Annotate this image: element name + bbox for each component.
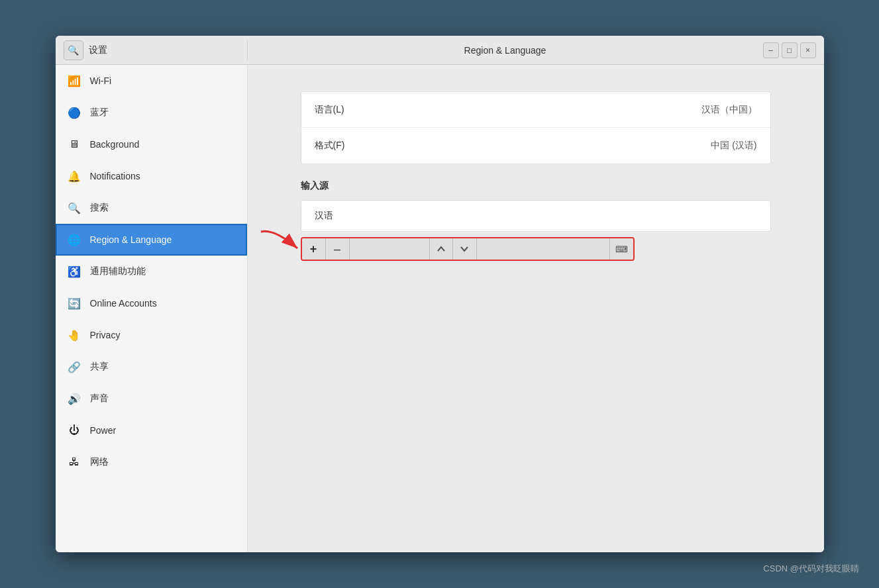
language-value: 汉语（中国） [701, 104, 757, 116]
sidebar-label-sound: 声音 [90, 393, 109, 405]
sidebar-item-privacy[interactable]: 🤚 Privacy [56, 319, 247, 351]
sidebar-label-network: 网络 [90, 456, 109, 468]
close-button[interactable]: × [800, 42, 816, 58]
sidebar-label-accessibility: 通用辅助功能 [90, 266, 146, 277]
input-source-item: 汉语 [301, 201, 770, 231]
sidebar: 📶 Wi-Fi 🔵 蓝牙 🖥 Background 🔔 Notification… [56, 65, 248, 552]
sidebar-label-power: Power [90, 425, 117, 436]
minimize-button[interactable]: – [763, 42, 779, 58]
format-value: 中国 (汉语) [711, 140, 756, 152]
sidebar-label-notifications: Notifications [90, 171, 140, 181]
keyboard-icon: ⌨ [615, 244, 628, 254]
bell-icon: 🔔 [68, 170, 81, 183]
sidebar-item-power[interactable]: ⏻ Power [56, 415, 247, 446]
sidebar-item-sharing[interactable]: 🔗 共享 [56, 351, 247, 383]
sidebar-label-region: Region & Language [90, 234, 172, 245]
sidebar-item-search[interactable]: 🔍 搜索 [56, 192, 247, 224]
language-row: 语言(L) 汉语（中国） [301, 92, 770, 128]
move-up-button[interactable] [429, 238, 453, 260]
sharing-icon: 🔗 [68, 360, 81, 373]
sidebar-label-background: Background [90, 139, 140, 150]
input-source-title: 输入源 [301, 180, 771, 192]
privacy-icon: 🤚 [68, 328, 81, 342]
remove-input-source-button[interactable]: – [326, 238, 350, 260]
add-input-source-button[interactable]: + [302, 238, 326, 260]
sidebar-item-network[interactable]: 🖧 网络 [56, 446, 247, 478]
sidebar-label-sharing: 共享 [90, 361, 109, 373]
move-down-button[interactable] [453, 238, 477, 260]
sidebar-label-privacy: Privacy [90, 330, 121, 340]
online-accounts-icon: 🔄 [68, 297, 81, 310]
language-format-card: 语言(L) 汉语（中国） 格式(F) 中国 (汉语) [301, 91, 771, 164]
content-area: 📶 Wi-Fi 🔵 蓝牙 🖥 Background 🔔 Notification… [56, 65, 824, 552]
sidebar-item-wifi[interactable]: 📶 Wi-Fi [56, 65, 247, 97]
power-icon: ⏻ [68, 424, 81, 437]
bluetooth-icon: 🔵 [68, 106, 81, 119]
sidebar-item-region[interactable]: 🌐 Region & Language [56, 224, 247, 256]
monitor-icon: 🖥 [68, 138, 81, 151]
sidebar-item-background[interactable]: 🖥 Background [56, 128, 247, 160]
sidebar-item-sound[interactable]: 🔊 声音 [56, 383, 247, 415]
down-chevron-icon [460, 246, 468, 252]
sidebar-label-search: 搜索 [90, 202, 109, 214]
format-row: 格式(F) 中国 (汉语) [301, 128, 770, 164]
app-title: 设置 [89, 44, 107, 56]
search-button[interactable]: 🔍 [64, 40, 83, 60]
search-icon: 🔍 [68, 201, 81, 215]
format-label: 格式(F) [315, 140, 345, 152]
input-source-card: 汉语 [301, 200, 771, 232]
up-chevron-icon [437, 246, 445, 252]
sidebar-item-notifications[interactable]: 🔔 Notifications [56, 160, 247, 192]
sidebar-label-online-accounts: Online Accounts [90, 298, 157, 309]
sound-icon: 🔊 [68, 392, 81, 405]
titlebar: 🔍 设置 Region & Language – □ × [56, 36, 824, 65]
settings-window: 🔍 设置 Region & Language – □ × 📶 Wi-Fi [56, 36, 824, 552]
sidebar-label-wifi: Wi-Fi [90, 75, 112, 86]
maximize-button[interactable]: □ [782, 42, 798, 58]
sidebar-item-bluetooth[interactable]: 🔵 蓝牙 [56, 97, 247, 128]
window-title: Region & Language [464, 45, 546, 56]
accessibility-icon: ♿ [68, 265, 81, 278]
wifi-icon: 📶 [68, 74, 81, 87]
language-label: 语言(L) [315, 104, 344, 116]
globe-icon: 🌐 [68, 233, 81, 246]
titlebar-left: 🔍 设置 [56, 40, 248, 60]
sidebar-label-bluetooth: 蓝牙 [90, 107, 109, 119]
window-controls: – □ × [763, 42, 824, 58]
watermark: CSDN @代码对我眨眼睛 [763, 563, 859, 575]
search-icon: 🔍 [68, 45, 79, 56]
main-panel: 语言(L) 汉语（中国） 格式(F) 中国 (汉语) 输入源 汉语 [248, 65, 824, 552]
sidebar-item-online-accounts[interactable]: 🔄 Online Accounts [56, 287, 247, 319]
input-source-toolbar: + – [301, 237, 635, 261]
sidebar-item-accessibility[interactable]: ♿ 通用辅助功能 [56, 256, 247, 287]
network-icon: 🖧 [68, 456, 81, 469]
titlebar-center: Region & Language [248, 45, 763, 56]
keyboard-settings-button[interactable]: ⌨ [609, 238, 633, 260]
desktop: 🔍 设置 Region & Language – □ × 📶 Wi-Fi [0, 0, 879, 588]
toolbar-container: + – [301, 237, 771, 261]
